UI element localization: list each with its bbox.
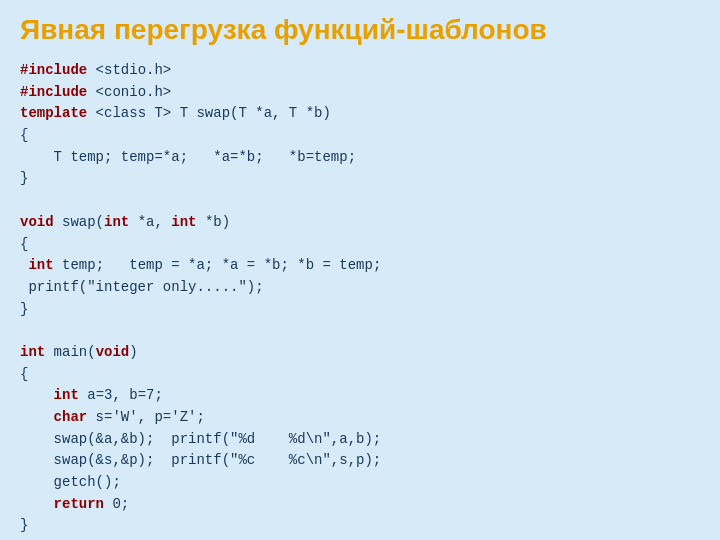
code-text: a=3, b=7; [79, 387, 163, 403]
keyword: char [54, 409, 88, 425]
code-text: *a, [129, 214, 171, 230]
code-line: int main(void) [20, 342, 700, 364]
code-text: } [20, 170, 28, 186]
code-text: } [20, 301, 28, 317]
code-text [20, 496, 54, 512]
code-line: #include <stdio.h> [20, 60, 700, 82]
code-line: { [20, 364, 700, 386]
keyword: template [20, 105, 87, 121]
code-text: 0; [104, 496, 129, 512]
code-line: #include <conio.h> [20, 82, 700, 104]
code-line: } [20, 515, 700, 537]
keyword: return [54, 496, 104, 512]
code-text: ) [129, 344, 137, 360]
code-text: { [20, 366, 28, 382]
keyword: int [20, 344, 45, 360]
keyword: #include [20, 62, 87, 78]
code-text: s='W', p='Z'; [87, 409, 205, 425]
page-title: Явная перегрузка функций-шаблонов [20, 14, 700, 46]
code-text [20, 387, 54, 403]
code-line: getch(); [20, 472, 700, 494]
keyword: int [28, 257, 53, 273]
code-line: char s='W', p='Z'; [20, 407, 700, 429]
code-line: } [20, 168, 700, 190]
code-text: <stdio.h> [87, 62, 171, 78]
code-text: } [20, 517, 28, 533]
code-line: swap(&s,&p); printf("%c %c\n",s,p); [20, 450, 700, 472]
code-line: int a=3, b=7; [20, 385, 700, 407]
code-text [20, 409, 54, 425]
keyword: void [20, 214, 54, 230]
code-text: swap( [54, 214, 104, 230]
code-line: template <class T> T swap(T *a, T *b) [20, 103, 700, 125]
code-text: <conio.h> [87, 84, 171, 100]
code-text: T temp; temp=*a; *a=*b; *b=temp; [20, 149, 356, 165]
code-text: { [20, 236, 28, 252]
code-text: <class T> T swap(T *a, T *b) [87, 105, 331, 121]
code-text: temp; temp = *a; *a = *b; *b = temp; [54, 257, 382, 273]
code-text: { [20, 127, 28, 143]
code-text: main( [45, 344, 95, 360]
code-line: return 0; [20, 494, 700, 516]
code-text: swap(&s,&p); printf("%c %c\n",s,p); [20, 452, 381, 468]
code-line: { [20, 125, 700, 147]
code-line [20, 320, 700, 342]
code-line: void swap(int *a, int *b) [20, 212, 700, 234]
code-line: { [20, 234, 700, 256]
page-container: Явная перегрузка функций-шаблонов #inclu… [0, 0, 720, 540]
code-line [20, 190, 700, 212]
keyword: #include [20, 84, 87, 100]
keyword: int [171, 214, 196, 230]
keyword: int [104, 214, 129, 230]
code-line: } [20, 299, 700, 321]
code-text: getch(); [20, 474, 121, 490]
code-text: *b) [196, 214, 230, 230]
code-line: swap(&a,&b); printf("%d %d\n",a,b); [20, 429, 700, 451]
code-line: printf("integer only....."); [20, 277, 700, 299]
code-block: #include <stdio.h>#include <conio.h>temp… [20, 60, 700, 537]
code-text: swap(&a,&b); printf("%d %d\n",a,b); [20, 431, 381, 447]
keyword: int [54, 387, 79, 403]
code-line: T temp; temp=*a; *a=*b; *b=temp; [20, 147, 700, 169]
code-text: printf("integer only....."); [20, 279, 264, 295]
keyword: void [96, 344, 130, 360]
code-line: int temp; temp = *a; *a = *b; *b = temp; [20, 255, 700, 277]
